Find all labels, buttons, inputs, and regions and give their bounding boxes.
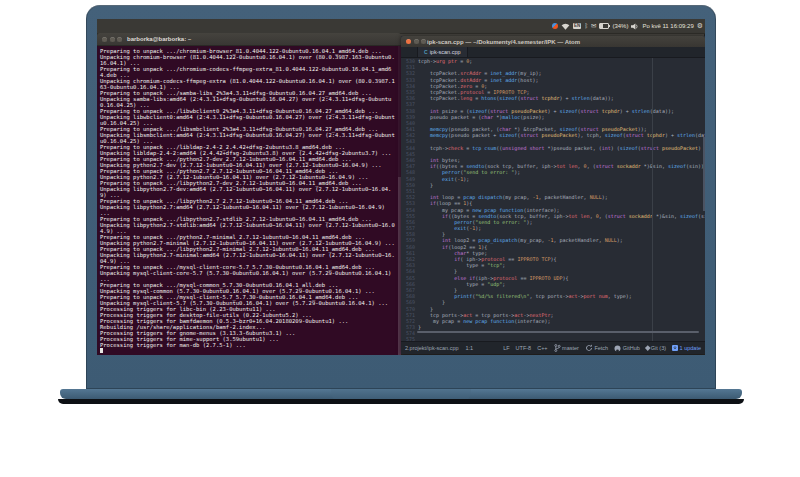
terminal-line: Unpacking libwbclient0:amd64 (2:4.3.11+d… (100, 114, 396, 126)
bluetooth-icon[interactable]: ᛒ (584, 23, 588, 29)
tab-bar: C ipk-scan.cpp (401, 47, 705, 58)
status-git-changes[interactable]: Git (3) (646, 345, 666, 351)
terminal-close-button[interactable] (102, 37, 107, 42)
status-language[interactable]: C++ (537, 345, 547, 351)
git-branch-icon (554, 344, 561, 352)
screenshot-canvas: EN ᛒ ✉ (34%) Po kvě 11 16:09:29 ⚙ barbor… (0, 0, 800, 477)
atom-titlebar[interactable]: ipk-scan.cpp — ~/Dokumenty/4.semester/IP… (401, 36, 705, 47)
power-gear-icon[interactable]: ⚙ (697, 23, 703, 29)
battery-percent-label: (34%) (612, 23, 628, 29)
terminal-titlebar[interactable]: barborka@barborka: ~ (97, 33, 401, 46)
terminal-output[interactable]: Preparing to unpack .../chromium-browser… (97, 46, 401, 355)
editor-area[interactable]: 530tcph->urg_ptr = 0;531532 tcpPacket.sr… (401, 58, 705, 341)
status-cursor-position[interactable]: 1:1 (466, 345, 474, 351)
update-package-icon (672, 345, 678, 351)
wrap-guide (652, 58, 653, 341)
status-bar: 2.projekt/ipk-scan.cpp 1:1 LF UTF-8 C++ … (401, 341, 705, 354)
status-file-path[interactable]: 2.projekt/ipk-scan.cpp (405, 345, 459, 351)
status-github[interactable]: GitHub (614, 345, 640, 352)
status-updates[interactable]: 1 update (672, 345, 701, 351)
system-tray: EN ᛒ ✉ (34%) Po kvě 11 16:09:29 ⚙ (552, 19, 703, 33)
keyboard-layout-indicator[interactable]: EN (573, 23, 581, 29)
terminal-line: Unpacking libsmbclient:amd64 (2:4.3.11+d… (100, 132, 396, 144)
terminal-line: Unpacking samba-libs:amd64 (2:4.3.11+dfs… (100, 96, 396, 108)
atom-window-title: ipk-scan.cpp — ~/Dokumenty/4.semester/IP… (427, 39, 580, 45)
status-git-branch[interactable]: master (554, 344, 579, 352)
sync-icon (585, 344, 593, 352)
github-icon (614, 345, 621, 352)
terminal-minimize-button[interactable] (110, 37, 115, 42)
volume-icon[interactable] (631, 23, 639, 30)
terminal-cursor (100, 348, 103, 353)
atom-close-button[interactable] (406, 39, 411, 44)
terminal-line: Unpacking libpython2.7-stdlib:amd64 (2.7… (100, 222, 396, 234)
status-encoding[interactable]: UTF-8 (516, 345, 532, 351)
terminal-line: Processing triggers for man-db (2.7.5-1)… (100, 342, 396, 348)
software-updater-icon[interactable] (552, 23, 558, 29)
mail-icon[interactable]: ✉ (591, 23, 596, 29)
terminal-line: Unpacking chromium-codecs-ffmpeg-extra (… (100, 78, 396, 90)
atom-maximize-button[interactable] (421, 39, 426, 44)
wifi-icon[interactable] (561, 23, 570, 30)
terminal-line: Unpacking libpython2.7-dev:amd64 (2.7.12… (100, 186, 396, 198)
terminal-line: Unpacking libpython2.7-minimal:amd64 (2.… (100, 252, 396, 264)
terminal-line: Unpacking libpython2.7:amd64 (2.7.12-1ub… (100, 204, 396, 216)
terminal-title: barborka@barborka: ~ (127, 36, 191, 42)
editor-horizontal-scrollbar[interactable] (417, 331, 699, 333)
battery-icon[interactable] (599, 23, 609, 29)
terminal-window: barborka@barborka: ~ Preparing to unpack… (97, 33, 401, 353)
terminal-line: Unpacking chromium-browser (81.0.4044.12… (100, 54, 396, 66)
atom-window: ipk-scan.cpp — ~/Dokumenty/4.semester/IP… (401, 36, 705, 354)
laptop-shadow (58, 399, 744, 404)
code-lines: 530tcph->urg_ptr = 0;531532 tcpPacket.sr… (401, 58, 705, 341)
git-icon (645, 346, 650, 351)
system-top-panel: EN ᛒ ✉ (34%) Po kvě 11 16:09:29 ⚙ (97, 19, 705, 34)
tab-label: ipk-scan.cpp (430, 49, 461, 55)
tab-ipk-scan-cpp[interactable]: C ipk-scan.cpp (417, 47, 468, 57)
status-fetch[interactable]: Fetch (585, 344, 608, 352)
terminal-line: Unpacking mysql-client-core-5.7 (5.7.30-… (100, 270, 396, 282)
terminal-line: Preparing to unpack .../chromium-codecs-… (100, 66, 396, 78)
editor-vertical-scrollbar[interactable] (703, 137, 705, 211)
cpp-file-icon: C (424, 49, 428, 55)
status-line-ending[interactable]: LF (503, 345, 509, 351)
terminal-maximize-button[interactable] (117, 37, 122, 42)
atom-minimize-button[interactable] (414, 39, 419, 44)
clock-label[interactable]: Po kvě 11 16:09:29 (642, 23, 693, 29)
desktop-screen: EN ᛒ ✉ (34%) Po kvě 11 16:09:29 ⚙ barbor… (97, 19, 705, 355)
